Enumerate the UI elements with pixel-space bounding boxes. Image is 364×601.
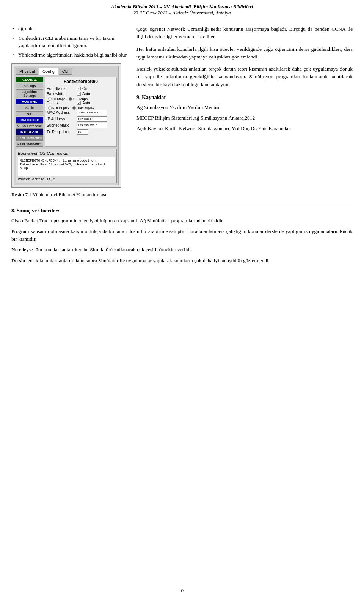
- header-title-line1: Akademik Bilişim 2013 – XV. Akademik Bil…: [8, 4, 356, 10]
- sim-body: GLOBAL Settings Algorithm Settings ROUTI…: [16, 77, 117, 147]
- sim-port-status-label: Port Status: [47, 87, 77, 91]
- sim-txring-value: 10: [77, 129, 115, 135]
- sim-speed-100-label: 100 Mbps: [73, 97, 88, 101]
- bullet-list: öğrenir. Yönlendirici CLI arabirimini ta…: [11, 25, 129, 59]
- sim-duplex-full: Full Duplex: [48, 106, 69, 110]
- sim-subnet-label: Subnet Mask: [47, 123, 77, 127]
- sim-item-fe0[interactable]: FastEthernet0/0: [16, 135, 43, 141]
- right-para-1: Çoğu öğrenci Network Uzmanlığı nedir kon…: [136, 25, 353, 41]
- sim-radio-half-duplex[interactable]: [72, 106, 76, 110]
- sim-tab-cli[interactable]: CLI: [59, 68, 72, 75]
- main-content: öğrenir. Yönlendirici CLI arabirimini ta…: [0, 25, 364, 201]
- bottom-para-2: Program kapsamlı olmasına karşın oldukça…: [11, 228, 353, 243]
- sim-bandwidth-label: Bandwidth: [47, 92, 77, 96]
- sim-mac-row: MAC Address 0009.7CA4.B001: [47, 110, 115, 115]
- sim-bandwidth-text: Auto: [82, 92, 90, 96]
- sim-speed-100: 100 Mbps: [69, 97, 88, 101]
- bottom-para-3: Neredeyse tüm konuları anlatırken bu Sim…: [11, 246, 353, 253]
- sim-section-switching: SWITCHING: [16, 117, 43, 123]
- sim-section-global: GLOBAL: [16, 77, 43, 82]
- sim-duplex-value: ✓ Auto: [77, 101, 115, 105]
- sim-speed-10: 10 Mbps: [48, 97, 66, 101]
- sim-bandwidth-value: ✓ Auto: [77, 92, 115, 96]
- section-ref-1: Ağ Simülasyon Yazılımı Yardım Menüsü: [136, 104, 353, 111]
- bullet-item-1: öğrenir.: [11, 25, 129, 33]
- sim-item-vlan[interactable]: VLAN Database: [16, 123, 43, 129]
- right-para-3: Meslek yüksekokulunda anlatılan birçok d…: [136, 65, 353, 88]
- router-sim-image: Physical Config CLI GLOBAL Settings Algo…: [11, 63, 121, 188]
- sim-duplex-full-label: Full Duplex: [52, 106, 69, 110]
- bottom-para-1: Cisco Packet Tracer programı incelemiş o…: [11, 217, 353, 225]
- sim-radio-full-duplex[interactable]: [48, 106, 52, 110]
- section-ref-2: MEGEP Bilişim Sistemleri Ağ Simülasyonu …: [136, 114, 353, 122]
- sim-port-status-text: On: [82, 87, 87, 91]
- right-column: Çoğu öğrenci Network Uzmanlığı nedir kon…: [136, 25, 353, 201]
- sim-duplex-half-label: Half Duplex: [77, 106, 94, 110]
- sim-duplex-check[interactable]: ✓: [77, 101, 81, 105]
- sim-port-status-check[interactable]: ✓: [77, 87, 81, 90]
- bottom-heading: 8. Sonuç ve Öneriler:: [11, 208, 353, 214]
- sim-duplex-row: Duplex ✓ Auto: [47, 101, 115, 105]
- cmd-section: Equivalent IOS Commands %LINEPROTO-5-UPD…: [16, 149, 117, 183]
- cmd-prompt: Router(config-if)#: [18, 178, 115, 181]
- sim-item-algorithm[interactable]: Algorithm Settings: [16, 89, 43, 98]
- sim-radio-10mbps[interactable]: [48, 97, 52, 101]
- sim-main-panel: FastEthernet0/0 Port Status ✓ On: [45, 77, 117, 147]
- section-heading-9: 9. Kaynaklar: [136, 94, 353, 101]
- sim-mac-label: MAC Address: [47, 110, 77, 115]
- figure-caption: Resim 7.1 Yönlendirici Ethernet Yapıland…: [11, 192, 129, 198]
- sim-bandwidth-row: Bandwidth ✓ Auto: [47, 92, 115, 96]
- router-sim-inner: Physical Config CLI GLOBAL Settings Algo…: [14, 66, 119, 185]
- right-para-2: Her hafta anlatılan konularla ilgili kıs…: [136, 46, 353, 61]
- header-title-line2: 23-25 Ocak 2013 – Akdeniz Üniversitesi, …: [8, 10, 356, 16]
- sim-tabs: Physical Config CLI: [16, 68, 117, 75]
- sim-section-interface: INTERFACE: [16, 129, 43, 135]
- sim-port-status-value: ✓ On: [77, 87, 115, 91]
- sim-mac-input[interactable]: 0009.7CA4.B001: [77, 110, 107, 115]
- sim-ip-label: IP Address: [47, 117, 77, 121]
- sim-subnet-value: 255.255.255.0: [77, 123, 115, 128]
- cmd-section-title: Equivalent IOS Commands: [18, 151, 115, 156]
- sim-duplex-label: Duplex: [47, 101, 77, 105]
- bullet-item-2: Yönlendirici CLI arabirimini tanır ve bi…: [11, 35, 129, 49]
- section-divider: [11, 204, 353, 204]
- sim-ip-value: 192.168.1.1: [77, 116, 115, 122]
- sim-ip-row: IP Address 192.168.1.1: [47, 116, 115, 122]
- sim-txring-label: Tx Ring Limit: [47, 130, 77, 134]
- bottom-para-4: Dersin teorik kısımları anlatıldıktan so…: [11, 257, 353, 264]
- sim-radio-100mbps[interactable]: [69, 97, 72, 101]
- sim-item-settings[interactable]: Settings: [16, 83, 43, 88]
- sim-subnet-input[interactable]: 255.255.255.0: [77, 123, 107, 128]
- sim-port-status-row: Port Status ✓ On: [47, 87, 115, 91]
- sim-ip-input[interactable]: 192.168.1.1: [77, 116, 107, 122]
- bottom-section: 8. Sonuç ve Öneriler: Cisco Packet Trace…: [0, 208, 364, 264]
- sim-txring-input[interactable]: 10: [77, 129, 88, 135]
- sim-sidebar: GLOBAL Settings Algorithm Settings ROUTI…: [16, 77, 43, 147]
- sim-interface-title: FastEthernet0/0: [47, 79, 115, 84]
- page: Akademik Bilişim 2013 – XV. Akademik Bil…: [0, 0, 364, 601]
- page-footer: 67: [0, 584, 364, 597]
- left-column: öğrenir. Yönlendirici CLI arabirimini ta…: [11, 25, 129, 201]
- sim-item-fe1[interactable]: FastEthernet0/1: [16, 142, 43, 147]
- sim-tab-config[interactable]: Config: [39, 68, 58, 75]
- sim-duplex-half: Half Duplex: [72, 106, 94, 110]
- sim-tab-physical[interactable]: Physical: [16, 68, 38, 75]
- page-header: Akademik Bilişim 2013 – XV. Akademik Bil…: [0, 0, 364, 19]
- sim-duplex-text: Auto: [82, 101, 90, 105]
- section-ref-3: Açık Kaynak Kodlu Network Simülasyonları…: [136, 125, 353, 132]
- sim-speed-row: 10 Mbps 100 Mbps: [48, 97, 115, 101]
- sim-mac-value: 0009.7CA4.B001: [77, 110, 115, 115]
- sim-bandwidth-check[interactable]: ✓: [77, 92, 81, 96]
- sim-item-rip[interactable]: RIP: [16, 111, 43, 116]
- sim-item-static[interactable]: Static: [16, 105, 43, 110]
- sim-txring-row: Tx Ring Limit 10: [47, 129, 115, 135]
- sim-section-routing: ROUTING: [16, 99, 43, 104]
- cmd-output: %LINEPROTO-5-UPDOWN: Line protocol on In…: [18, 157, 115, 176]
- bullet-item-3: Yönlendirme algoritmaları hakkında bilgi…: [11, 52, 129, 59]
- sim-duplex-mode-row: Full Duplex Half Duplex: [48, 106, 115, 110]
- sim-speed-10-label: 10 Mbps: [52, 97, 66, 101]
- sim-subnet-row: Subnet Mask 255.255.255.0: [47, 123, 115, 128]
